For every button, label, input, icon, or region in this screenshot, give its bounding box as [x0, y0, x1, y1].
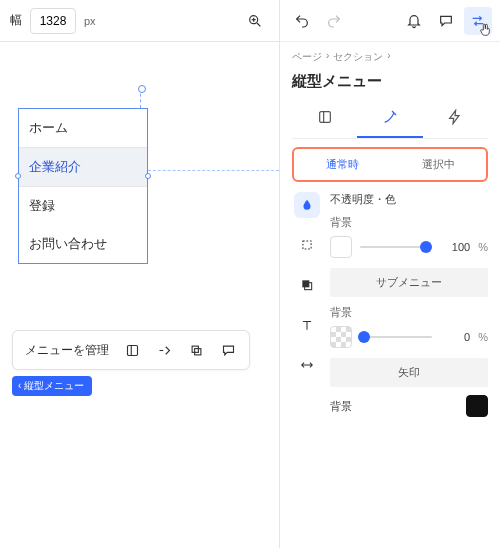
- property-category-rail: [292, 188, 322, 417]
- vertical-guide: [140, 88, 141, 108]
- inspector-panel: ページ› セクション› 縦型メニュー 通常時 選択中: [280, 0, 500, 548]
- inspector-toggle-icon[interactable]: [464, 7, 492, 35]
- svg-rect-4: [127, 345, 137, 355]
- shadow-category-icon[interactable]: [294, 272, 320, 298]
- svg-line-1: [257, 23, 260, 26]
- section-opacity-color: 不透明度・色: [330, 192, 488, 207]
- menu-item[interactable]: 企業紹介: [19, 147, 147, 187]
- zoom-in-icon[interactable]: [241, 7, 269, 35]
- bg-label-1: 背景: [330, 215, 488, 230]
- border-category-icon[interactable]: [294, 232, 320, 258]
- menu-item[interactable]: 登録: [19, 187, 147, 225]
- canvas[interactable]: ホーム 企業紹介 登録 お問い合わせ メニューを管理 縦型メニュー: [0, 42, 279, 548]
- opacity-slider-1[interactable]: [360, 240, 432, 254]
- tab-design[interactable]: [357, 101, 422, 138]
- opacity-value-1[interactable]: 100: [440, 241, 470, 253]
- spacing-category-icon[interactable]: [294, 352, 320, 378]
- resize-handle-left[interactable]: [15, 173, 21, 179]
- widget-toolbar: メニューを管理: [12, 330, 250, 370]
- selection-chip[interactable]: 縦型メニュー: [12, 376, 92, 396]
- opacity-value-2[interactable]: 0: [440, 331, 470, 343]
- px-label: px: [84, 15, 96, 27]
- panel-mode-tabs: [292, 101, 488, 139]
- state-tab-normal[interactable]: 通常時: [294, 149, 390, 180]
- text-category-icon[interactable]: [294, 312, 320, 338]
- bg-color-swatch[interactable]: [330, 236, 352, 258]
- vertical-menu-widget[interactable]: ホーム 企業紹介 登録 お問い合わせ: [18, 108, 148, 264]
- submenu-bg-swatch[interactable]: [330, 326, 352, 348]
- arrow-color-swatch[interactable]: [466, 395, 488, 417]
- crumb-page[interactable]: ページ: [292, 50, 322, 64]
- fill-category-icon[interactable]: [294, 192, 320, 218]
- menu-item[interactable]: お問い合わせ: [19, 225, 147, 263]
- pct-1: %: [478, 241, 488, 253]
- svg-rect-11: [302, 280, 309, 287]
- layout-icon[interactable]: [119, 337, 145, 363]
- animate-icon[interactable]: [151, 337, 177, 363]
- svg-rect-7: [194, 348, 200, 354]
- duplicate-icon[interactable]: [183, 337, 209, 363]
- canvas-topbar: 幅 px: [0, 0, 279, 42]
- panel-topbar: [280, 0, 500, 42]
- tab-layout[interactable]: [292, 101, 357, 138]
- menu-item[interactable]: ホーム: [19, 109, 147, 147]
- bg-label-3: 背景: [330, 399, 352, 414]
- comment-icon[interactable]: [215, 337, 241, 363]
- opacity-slider-2[interactable]: [360, 330, 432, 344]
- bell-icon[interactable]: [400, 7, 428, 35]
- panel-title: 縦型メニュー: [292, 72, 488, 91]
- svg-rect-10: [303, 241, 311, 249]
- state-tab-selected[interactable]: 選択中: [390, 149, 486, 180]
- undo-icon[interactable]: [288, 7, 316, 35]
- resize-handle-right[interactable]: [145, 173, 151, 179]
- redo-icon[interactable]: [320, 7, 348, 35]
- horizontal-guide: [148, 170, 279, 171]
- canvas-area: 幅 px ホーム 企業紹介 登録 お問い合わせ メニューを管理: [0, 0, 280, 548]
- crumb-section[interactable]: セクション: [333, 50, 383, 64]
- chat-icon[interactable]: [432, 7, 460, 35]
- width-input[interactable]: [30, 8, 76, 34]
- arrow-heading: 矢印: [330, 358, 488, 387]
- cursor-hand-icon: [478, 22, 494, 41]
- properties-column: 不透明度・色 背景 100 % サブメニュー 背景: [322, 188, 488, 417]
- state-tabs-highlight: 通常時 選択中: [292, 147, 488, 182]
- bg-label-2: 背景: [330, 305, 488, 320]
- width-label: 幅: [10, 12, 22, 29]
- pct-2: %: [478, 331, 488, 343]
- submenu-heading: サブメニュー: [330, 268, 488, 297]
- manage-menu-button[interactable]: メニューを管理: [21, 342, 113, 359]
- tab-interactions[interactable]: [423, 101, 488, 138]
- svg-rect-6: [192, 346, 198, 352]
- svg-rect-8: [319, 112, 330, 123]
- breadcrumb[interactable]: ページ› セクション›: [292, 50, 488, 64]
